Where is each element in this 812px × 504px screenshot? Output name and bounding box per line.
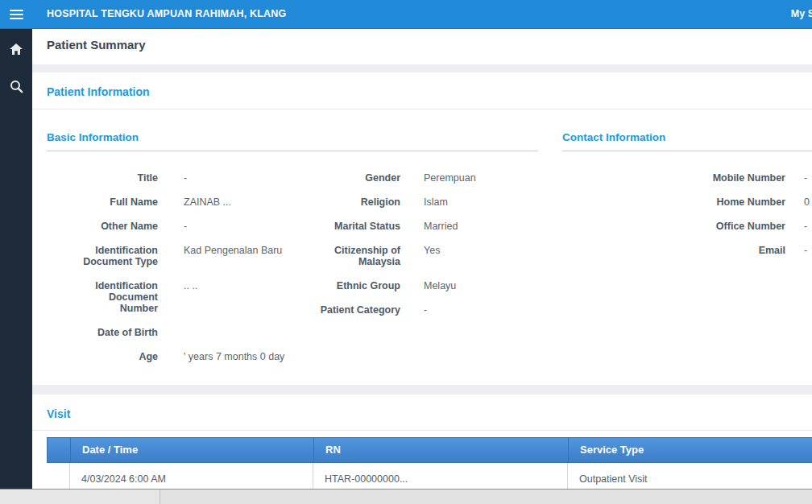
basic-information-heading: Basic Information bbox=[47, 131, 554, 143]
field-citizenship: Citizenship of Malaysia Yes bbox=[288, 245, 546, 267]
contact-information-heading: Contact Information bbox=[562, 131, 812, 143]
search-icon bbox=[10, 80, 23, 93]
field-religion: Religion Islam bbox=[288, 196, 546, 208]
patient-information-heading: Patient Information bbox=[32, 72, 812, 109]
divider bbox=[32, 430, 812, 431]
visit-card: Visit Date / Time RN Service Type 4/03/2… bbox=[32, 395, 812, 504]
field-email: Email - bbox=[562, 245, 812, 256]
main-content: Patient Summary Patient Information Basi… bbox=[32, 29, 812, 504]
patient-summary-card: Patient Summary bbox=[32, 29, 812, 64]
field-gender: Gender Perempuan bbox=[288, 172, 546, 184]
top-bar: HOSPITAL TENGKU AMPUAN RAHIMAH, KLANG My… bbox=[0, 0, 812, 29]
bottom-scrollbar-area[interactable] bbox=[0, 489, 812, 504]
sidebar-item-home[interactable] bbox=[0, 31, 32, 68]
header-cell-blank bbox=[48, 438, 70, 462]
contact-information-panel: Contact Information Mobile Number - Home… bbox=[562, 109, 812, 375]
bottom-bar-left-segment bbox=[0, 490, 160, 504]
field-mobile-number: Mobile Number - bbox=[562, 172, 812, 184]
field-id-document-type: Identification Document Type Kad Pengena… bbox=[47, 245, 288, 267]
field-office-number: Office Number - bbox=[562, 221, 812, 232]
divider bbox=[562, 151, 812, 151]
header-cell-service-type: Service Type bbox=[568, 438, 812, 462]
hamburger-menu-icon[interactable] bbox=[0, 0, 32, 28]
field-patient-category: Patient Category - bbox=[288, 304, 546, 316]
hospital-title: HOSPITAL TENGKU AMPUAN RAHIMAH, KLANG bbox=[47, 0, 286, 28]
visit-heading: Visit bbox=[32, 395, 812, 420]
basic-info-left-column: Title - Full Name ZAINAB ... Other Name … bbox=[47, 172, 288, 375]
field-full-name: Full Name ZAINAB ... bbox=[47, 196, 288, 208]
visit-table: Date / Time RN Service Type 4/03/2024 6:… bbox=[47, 437, 812, 495]
field-id-document-number: Identification Document Number .. .. bbox=[47, 280, 288, 314]
field-home-number: Home Number 0 bbox=[562, 196, 812, 208]
header-cell-date-time: Date / Time bbox=[70, 438, 313, 462]
sidebar bbox=[0, 29, 32, 504]
basic-info-right-column: Gender Perempuan Religion Islam Marital … bbox=[288, 172, 546, 375]
field-marital-status: Marital Status Married bbox=[288, 221, 546, 232]
home-icon bbox=[10, 43, 23, 56]
field-age: Age ' years 7 months 0 day bbox=[47, 351, 288, 362]
my-settings-link[interactable]: My S bbox=[791, 0, 812, 27]
header-cell-rn: RN bbox=[313, 438, 568, 462]
divider bbox=[47, 151, 538, 151]
field-date-of-birth: Date of Birth bbox=[47, 327, 288, 338]
field-ethnic-group: Ethnic Group Melayu bbox=[288, 280, 546, 291]
page-title: Patient Summary bbox=[32, 29, 812, 52]
field-title: Title - bbox=[47, 172, 288, 184]
basic-information-panel: Basic Information Title - Full Name ZAIN… bbox=[47, 109, 554, 375]
patient-information-card: Patient Information Basic Information Ti… bbox=[32, 72, 812, 385]
visit-table-header: Date / Time RN Service Type bbox=[47, 437, 812, 463]
field-other-name: Other Name - bbox=[47, 221, 288, 232]
sidebar-item-search[interactable] bbox=[0, 68, 32, 105]
